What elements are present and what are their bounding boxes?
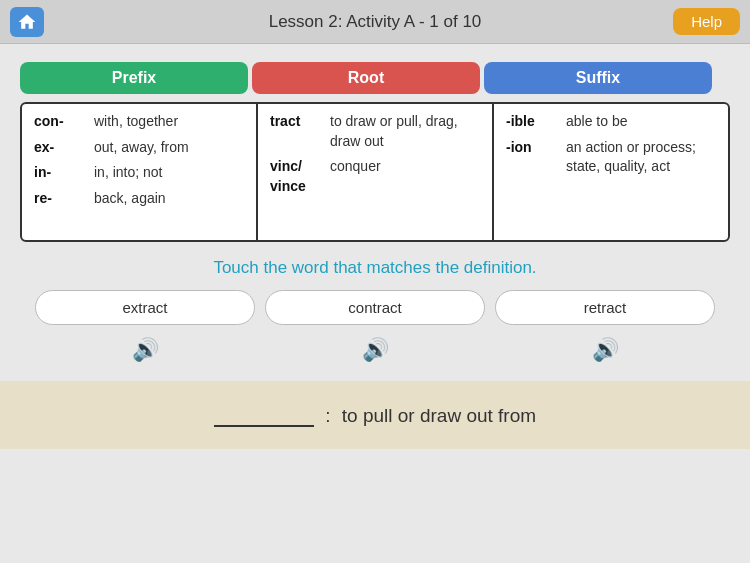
column-headers: Prefix Root Suffix — [20, 62, 730, 94]
prefix-header: Prefix — [20, 62, 248, 94]
definition: conquer — [330, 157, 480, 177]
audio-icons-row: 🔊 🔊 🔊 — [20, 333, 730, 367]
table-row: con- with, together — [34, 112, 244, 132]
definition-display: : to pull or draw out from — [214, 403, 536, 427]
table-row: -ible able to be — [506, 112, 716, 132]
table-row: tract to draw or pull, drag, draw out — [270, 112, 480, 151]
colon: : — [320, 405, 336, 426]
help-button[interactable]: Help — [673, 8, 740, 35]
table-row: re- back, again — [34, 189, 244, 209]
speaker-icon: 🔊 — [592, 337, 619, 363]
instruction-text: Touch the word that matches the definiti… — [20, 258, 730, 278]
definition: to draw or pull, drag, draw out — [330, 112, 480, 151]
term: -ible — [506, 112, 556, 132]
answer-button-extract[interactable]: extract — [35, 290, 255, 325]
suffix-column: -ible able to be -ion an action or proce… — [492, 104, 728, 240]
answer-blank — [214, 403, 314, 427]
home-button[interactable] — [10, 7, 44, 37]
root-header: Root — [252, 62, 480, 94]
audio-button-extract[interactable]: 🔊 — [35, 333, 255, 367]
term: vinc/vince — [270, 157, 320, 196]
table-row: in- in, into; not — [34, 163, 244, 183]
definition: with, together — [94, 112, 244, 132]
definition: able to be — [566, 112, 716, 132]
header: Lesson 2: Activity A - 1 of 10 Help — [0, 0, 750, 44]
term: con- — [34, 112, 84, 132]
definition: back, again — [94, 189, 244, 209]
audio-button-retract[interactable]: 🔊 — [495, 333, 715, 367]
home-icon — [17, 12, 37, 32]
definition: an action or process; state, quality, ac… — [566, 138, 716, 177]
table-row: ex- out, away, from — [34, 138, 244, 158]
definition: out, away, from — [94, 138, 244, 158]
speaker-icon: 🔊 — [132, 337, 159, 363]
term: ex- — [34, 138, 84, 158]
term: -ion — [506, 138, 556, 158]
answer-buttons-row: extract contract retract — [20, 290, 730, 325]
term: re- — [34, 189, 84, 209]
vocab-table: con- with, together ex- out, away, from … — [20, 102, 730, 242]
audio-button-contract[interactable]: 🔊 — [265, 333, 485, 367]
prefix-column: con- with, together ex- out, away, from … — [22, 104, 256, 240]
suffix-header: Suffix — [484, 62, 712, 94]
main-content: Prefix Root Suffix con- with, together e… — [0, 44, 750, 367]
speaker-icon: 🔊 — [362, 337, 389, 363]
definition: in, into; not — [94, 163, 244, 183]
answer-button-contract[interactable]: contract — [265, 290, 485, 325]
root-column: tract to draw or pull, drag, draw out vi… — [256, 104, 492, 240]
term: in- — [34, 163, 84, 183]
answer-button-retract[interactable]: retract — [495, 290, 715, 325]
header-title: Lesson 2: Activity A - 1 of 10 — [269, 12, 482, 32]
table-row: vinc/vince conquer — [270, 157, 480, 196]
definition-prompt: to pull or draw out from — [342, 405, 536, 426]
definition-area: : to pull or draw out from — [0, 381, 750, 449]
table-row: -ion an action or process; state, qualit… — [506, 138, 716, 177]
term: tract — [270, 112, 320, 132]
